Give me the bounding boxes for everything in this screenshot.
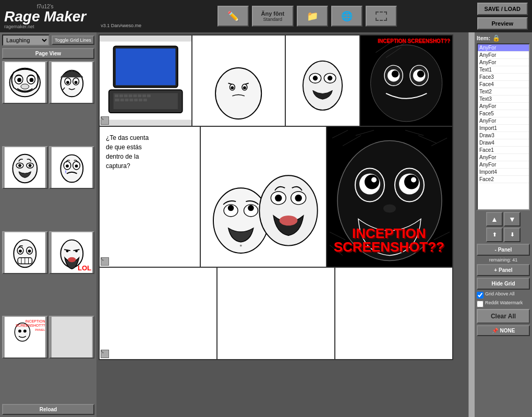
move-up-button[interactable]: ▲ xyxy=(486,212,503,227)
panel-cell-3-2[interactable] xyxy=(217,268,335,359)
face-item-teeth[interactable] xyxy=(2,231,48,274)
panel-cell-1-1[interactable]: ⤡ xyxy=(100,35,192,126)
panel-cell-1-4[interactable]: INCEPTION SCREENSHOT?? xyxy=(360,35,452,126)
svg-point-69 xyxy=(215,68,261,119)
svg-point-89 xyxy=(417,70,424,78)
open-folder-button[interactable]: 📁 xyxy=(297,6,328,27)
clear-all-button[interactable]: Clear All xyxy=(477,309,530,324)
svg-point-105 xyxy=(280,216,298,225)
panel-cell-1-2[interactable] xyxy=(192,35,285,126)
none-label: NONE xyxy=(500,328,515,333)
panel-cell-2-3[interactable]: INCEPTIONSCREENSHOT?? xyxy=(327,127,452,267)
save-load-button[interactable]: SAVE / LOAD xyxy=(477,3,528,15)
svg-rect-53 xyxy=(115,94,118,97)
canvas-area[interactable]: ⤡ xyxy=(96,32,468,417)
forever-alone-svg xyxy=(50,147,94,188)
item-list-entry[interactable]: Import1 xyxy=(478,125,529,132)
draw-tool-button[interactable]: ✏️ xyxy=(217,6,249,27)
svg-point-41 xyxy=(75,249,78,252)
version-info: v3.1 DanAweso.me xyxy=(101,23,141,30)
svg-rect-66 xyxy=(139,99,142,101)
panel-cell-2-1[interactable]: ¿Te das cuentade que estásdentro de laca… xyxy=(100,127,201,267)
web-button[interactable]: 🌐 xyxy=(331,6,362,27)
panel-row-2: ¿Te das cuentade que estásdentro de laca… xyxy=(100,127,452,268)
face-item-troll[interactable] xyxy=(2,61,48,104)
none-button[interactable]: 📌 NONE xyxy=(477,325,530,336)
svg-rect-55 xyxy=(124,94,128,97)
troll-face-svg xyxy=(3,62,47,103)
svg-point-99 xyxy=(240,245,242,247)
item-list-entry[interactable]: Import4 xyxy=(478,169,529,176)
svg-rect-67 xyxy=(143,99,147,101)
hide-grid-button[interactable]: Hide Grid xyxy=(477,278,530,290)
panel-resize-1-1[interactable]: ⤡ xyxy=(100,115,110,126)
item-list-entry[interactable]: Draw3 xyxy=(478,132,529,139)
item-list-entry[interactable]: Face3 xyxy=(478,74,529,81)
reload-button[interactable]: Reload xyxy=(2,404,94,415)
item-list-entry[interactable]: AnyFor xyxy=(478,161,529,169)
panel-cell-2-2[interactable] xyxy=(201,127,327,267)
svg-rect-64 xyxy=(129,99,133,101)
item-list-entry[interactable]: AnyFor xyxy=(478,52,529,59)
panel-row-1: ⤡ xyxy=(100,35,452,127)
canvas-scrollbar[interactable] xyxy=(468,32,475,417)
reddit-watermark-checkbox[interactable] xyxy=(477,301,483,307)
panel-resize-2-1[interactable]: ⤡ xyxy=(100,256,110,267)
item-list-entry[interactable]: Face5 xyxy=(478,110,529,117)
face-item-yao[interactable] xyxy=(2,146,48,189)
category-select[interactable]: Laughing Rage Sad Happy xyxy=(2,34,50,46)
svg-point-88 xyxy=(391,70,398,78)
derp-girl-svg xyxy=(50,62,94,103)
panel-cell-3-3[interactable] xyxy=(335,268,452,359)
item-list-entry[interactable]: AnyFor xyxy=(478,44,529,52)
folder-icon: 📁 xyxy=(307,10,318,22)
inception-text-big: INCEPTIONSCREENSHOT?? xyxy=(334,227,444,254)
item-list-entry[interactable]: AnyFor xyxy=(478,154,529,161)
toggle-grid-button[interactable]: Toggle Grid Lines xyxy=(52,35,94,45)
teeth-svg xyxy=(3,232,47,273)
item-list-entry[interactable]: AnyFor xyxy=(478,117,529,125)
item-list-entry[interactable]: Text3 xyxy=(478,96,529,103)
item-list-entry[interactable]: Face2 xyxy=(478,176,529,183)
face-item-mini[interactable]: INCEPTIONSCREENSHOT??PANEL xyxy=(2,316,48,359)
move-top-button[interactable]: ⬆ xyxy=(486,228,503,242)
face-item-lol[interactable]: LOL xyxy=(49,231,95,274)
remaining-text: remaining: 41 xyxy=(477,257,530,263)
logo-area: f7u12's Rage Maker ragemaker.net xyxy=(4,4,86,29)
svg-point-75 xyxy=(243,86,246,89)
selection-button[interactable] xyxy=(366,6,397,27)
left-sidebar: Laughing Rage Sad Happy Toggle Grid Line… xyxy=(0,32,96,417)
face-item-forever-alone[interactable] xyxy=(49,146,95,189)
item-list-entry[interactable]: Draw4 xyxy=(478,139,529,147)
page-view-button[interactable]: Page View xyxy=(2,48,94,59)
toolbar-center: ✏️ Äny fônt Standard 📁 🌐 xyxy=(217,6,397,27)
item-list-entry[interactable]: Text2 xyxy=(478,88,529,96)
svg-point-83 xyxy=(370,45,442,122)
lol-label: LOL xyxy=(78,264,91,272)
item-list-entry[interactable]: AnyFor xyxy=(478,103,529,110)
item-list-entry[interactable]: AnyFor xyxy=(478,59,529,66)
panel-resize-3-1[interactable]: ⤡ xyxy=(100,349,110,359)
move-down-button[interactable]: ▼ xyxy=(504,212,521,227)
item-list-entry[interactable]: Text1 xyxy=(478,66,529,74)
grid-above-all-checkbox[interactable] xyxy=(477,292,483,299)
preview-button[interactable]: Preview xyxy=(477,17,528,30)
plus-panel-button[interactable]: + Panel xyxy=(477,264,530,276)
face-item-derp-girl[interactable] xyxy=(49,61,95,104)
item-list-entry[interactable]: Face4 xyxy=(478,81,529,88)
font-selector-button[interactable]: Äny fônt Standard xyxy=(252,6,294,27)
panel-cell-1-3[interactable] xyxy=(286,35,360,126)
globe-icon: 🌐 xyxy=(341,10,353,22)
face-item-empty[interactable] xyxy=(49,316,95,359)
item-list-entry[interactable]: Face1 xyxy=(478,147,529,154)
svg-point-81 xyxy=(328,76,332,80)
panel-cell-3-1[interactable]: ⤡ xyxy=(100,268,217,359)
svg-point-98 xyxy=(248,205,254,211)
move-bottom-button[interactable]: ⬇ xyxy=(504,228,521,242)
svg-point-116 xyxy=(383,205,396,213)
svg-point-19 xyxy=(29,164,32,167)
item-list[interactable]: AnyForAnyForAnyForText1Face3Face4Text2Te… xyxy=(477,43,530,210)
minus-panel-button[interactable]: - Panel xyxy=(477,244,530,256)
svg-rect-59 xyxy=(142,94,146,97)
svg-point-24 xyxy=(66,164,69,168)
